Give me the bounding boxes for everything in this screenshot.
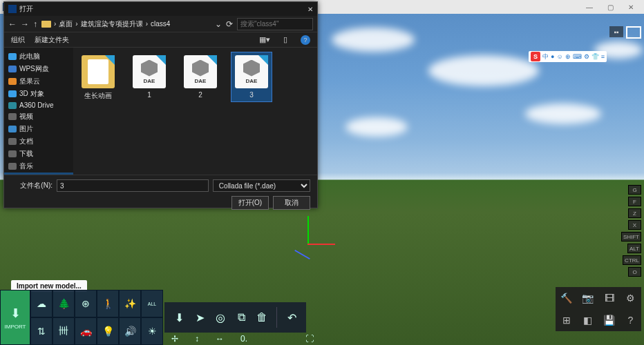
sidebar-item[interactable]: WPS网盘	[4, 63, 73, 75]
filename-input[interactable]	[57, 179, 209, 192]
tool-all-button[interactable]: ALL	[141, 290, 163, 317]
render-camera-icon[interactable]: ◧	[577, 309, 598, 331]
copy-icon[interactable]: ⧉	[232, 308, 250, 326]
file-list-area[interactable]: 生长动画DAE1DAE2DAE3	[73, 48, 317, 175]
file-item[interactable]: DAE2	[180, 52, 221, 102]
dialog-icon	[8, 5, 17, 13]
dae-file-icon: DAE	[133, 55, 166, 88]
file-filter-select[interactable]: Collada file (*.dae)	[213, 179, 310, 192]
dialog-titlebar: 打开 ✕	[4, 2, 317, 16]
sidebar-item[interactable]: 桌面	[4, 172, 73, 175]
sidebar-item[interactable]: 图片	[4, 123, 73, 135]
ime-item[interactable]: ≡	[601, 53, 605, 60]
forward-button[interactable]: →	[21, 19, 29, 29]
help-icon[interactable]: ?	[620, 309, 641, 331]
move-horizontal-icon[interactable]: ↔	[216, 334, 224, 344]
breadcrumb-segment[interactable]: class4	[151, 20, 170, 28]
dialog-toolbar: 组织 新建文件夹 ▦▾ ▯ ?	[4, 32, 317, 48]
search-input[interactable]	[237, 18, 313, 30]
breadcrumb-dropdown-icon[interactable]: ⌄	[215, 19, 222, 29]
ime-item[interactable]: 中	[542, 52, 549, 61]
tool-effects-icon[interactable]: ✨	[119, 290, 141, 317]
breadcrumb[interactable]: › 桌面› 建筑渲染专项提升课› class4	[41, 19, 211, 29]
file-item[interactable]: DAE1	[129, 52, 170, 102]
refresh-button[interactable]: ⟳	[226, 19, 233, 29]
move-target-icon[interactable]: ◎	[211, 308, 229, 326]
tool-group-tree-icon[interactable]: ⊛	[75, 290, 97, 317]
minimize-button[interactable]: —	[579, 3, 600, 11]
save-icon[interactable]: 💾	[598, 309, 620, 331]
sidebar-item[interactable]: 此电脑	[4, 50, 73, 63]
move-xyz-icon[interactable]: ✢	[171, 334, 178, 344]
ime-item[interactable]: ⊕	[565, 53, 571, 60]
cancel-button[interactable]: 取消	[273, 196, 310, 210]
breadcrumb-segment[interactable]: 建筑渲染专项提升课	[81, 19, 143, 29]
camera-mode-icon[interactable]: ▪▪	[609, 26, 623, 37]
selection-box-icon[interactable]: ⛶	[305, 334, 314, 344]
close-button[interactable]: ✕	[621, 3, 641, 11]
delete-trash-icon[interactable]: 🗑	[253, 308, 271, 326]
ime-toolbar: S 中 ● ☺ ⊕ ⌨ ⚙ 👕 ≡	[529, 51, 607, 62]
sidebar-item[interactable]: 下载	[4, 148, 73, 160]
new-folder-button[interactable]: 新建文件夹	[35, 35, 69, 45]
import-button[interactable]: ⬇ IMPORT	[0, 290, 30, 345]
ime-logo-icon: S	[531, 52, 540, 61]
action-toolbar: ⬇ ➤ ◎ ⧉ 🗑 ↶	[164, 302, 306, 333]
tool-landscape-icon[interactable]: ☁	[30, 290, 53, 317]
build-mode-icon[interactable]: 🔨	[556, 287, 577, 309]
sidebar-item[interactable]: 文档	[4, 135, 73, 148]
move-vertical-icon[interactable]: ↕	[195, 334, 199, 344]
back-button[interactable]: ←	[8, 19, 17, 29]
ime-item[interactable]: ☺	[557, 53, 563, 60]
keyboard-hints: G F Z X SHIFT ALT CTRL O	[621, 185, 641, 277]
tool-terrain-icon[interactable]: ⇅	[30, 317, 53, 345]
scene-mode-icon[interactable]: ⊞	[556, 309, 577, 331]
key-hint: X	[628, 220, 641, 230]
file-item[interactable]: 生长动画	[77, 52, 119, 104]
help-button[interactable]: ?	[301, 35, 310, 45]
ime-item[interactable]: ⚙	[584, 53, 589, 60]
settings-gear-icon[interactable]: ⚙	[620, 287, 641, 309]
folder-icon	[82, 55, 115, 88]
select-cursor-icon[interactable]: ➤	[191, 308, 209, 326]
tool-fence-icon[interactable]: 卌	[53, 317, 75, 345]
view-mode-button[interactable]: ▦▾	[259, 34, 270, 46]
dae-file-icon: DAE	[235, 55, 268, 88]
sidebar-item[interactable]: 音乐	[4, 160, 73, 172]
photo-mode-icon[interactable]: 📷	[577, 287, 598, 309]
tool-tree-icon[interactable]: 🌲	[53, 290, 75, 317]
maximize-button[interactable]: ▢	[600, 3, 621, 11]
sidebar-item[interactable]: 坚果云	[4, 75, 73, 88]
transform-value[interactable]: 0.	[240, 334, 247, 344]
preview-pane-button[interactable]: ▯	[280, 34, 291, 46]
organize-menu[interactable]: 组织	[11, 35, 25, 45]
tool-car-icon[interactable]: 🚗	[75, 317, 97, 345]
sidebar-item[interactable]: A360 Drive	[4, 100, 73, 110]
sidebar-item[interactable]: 视频	[4, 110, 73, 123]
dialog-sidebar: 此电脑WPS网盘坚果云3D 对象A360 Drive视频图片文档下载音乐桌面OS…	[4, 48, 73, 175]
place-button[interactable]: ⬇	[170, 308, 188, 326]
key-hint: Z	[628, 208, 641, 218]
key-hint: ALT	[627, 244, 641, 253]
ime-item[interactable]: ⌨	[573, 53, 582, 60]
dae-file-icon: DAE	[184, 55, 217, 88]
dialog-close-button[interactable]: ✕	[307, 6, 313, 13]
folder-icon	[41, 21, 51, 28]
tool-light-icon[interactable]: 💡	[97, 317, 119, 345]
ime-item[interactable]: ●	[551, 53, 554, 60]
tool-person-icon[interactable]: 🚶	[97, 290, 119, 317]
sidebar-item[interactable]: 3D 对象	[4, 88, 73, 100]
open-button[interactable]: 打开(O)	[231, 196, 269, 210]
mode-panel: 🔨 📷 🎞 ⚙ ⊞ ◧ 💾 ?	[556, 287, 641, 331]
tool-sound-icon[interactable]: 🔊	[119, 317, 141, 345]
ime-item[interactable]: 👕	[591, 53, 599, 60]
file-item[interactable]: DAE3	[231, 52, 272, 102]
movie-mode-icon[interactable]: 🎞	[598, 287, 620, 309]
key-hint: G	[628, 185, 641, 195]
key-hint: F	[628, 197, 641, 206]
breadcrumb-segment[interactable]: 桌面	[59, 19, 73, 29]
undo-button[interactable]: ↶	[283, 308, 301, 326]
up-button[interactable]: ↑	[33, 19, 37, 29]
tool-sun-icon[interactable]: ☀	[141, 317, 163, 345]
frame-icon[interactable]	[626, 26, 641, 39]
